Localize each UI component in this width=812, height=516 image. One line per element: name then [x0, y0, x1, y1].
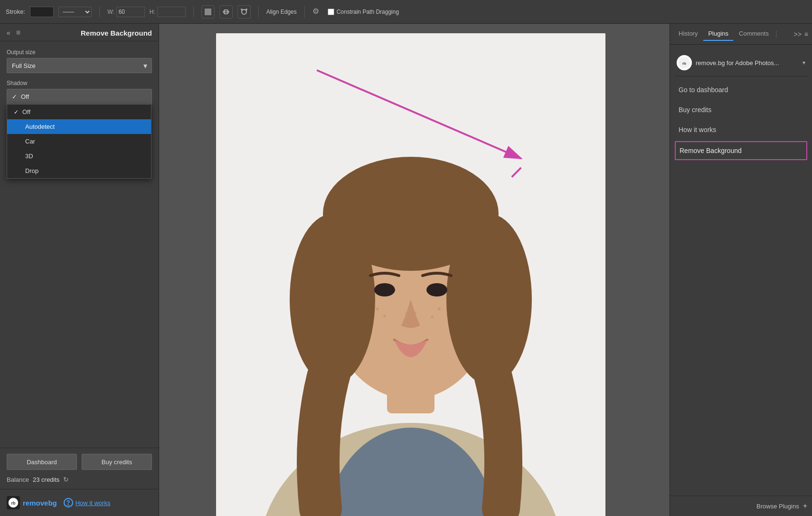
- buy-credits-item[interactable]: Buy credits: [675, 101, 807, 118]
- output-size-select-wrapper: Full Size Preview ▾: [7, 58, 152, 73]
- 3d-label: 3D: [25, 153, 33, 160]
- dropdown-item-drop[interactable]: Drop: [7, 163, 151, 178]
- collapse-btn[interactable]: «: [7, 29, 10, 37]
- toolbar-separator-3: [258, 6, 259, 18]
- height-input[interactable]: [157, 7, 186, 17]
- svg-point-3: [242, 10, 246, 14]
- stroke-label: Stroke:: [6, 8, 25, 15]
- tab-comments[interactable]: Comments: [734, 27, 774, 41]
- how-it-works-link[interactable]: ? How it works: [64, 498, 111, 507]
- btn-row: Dashboard Buy credits: [7, 454, 152, 470]
- logo-bg: bg: [48, 499, 57, 507]
- buy-credits-button[interactable]: Buy credits: [82, 454, 152, 470]
- constrain-path-area: Constrain Path Dragging: [328, 9, 399, 15]
- dropdown-item-autodetect[interactable]: Autodetect: [7, 119, 151, 134]
- stroke-style-select[interactable]: ——: [58, 7, 92, 17]
- dashboard-button[interactable]: Dashboard: [7, 454, 77, 470]
- output-size-label: Output size: [7, 49, 152, 56]
- svg-text:rb: rb: [682, 61, 686, 66]
- svg-point-5: [245, 9, 247, 10]
- toolbar-separator-4: [304, 6, 305, 18]
- svg-point-20: [438, 307, 441, 310]
- how-it-works-label: How it works: [76, 499, 111, 506]
- logo-text: removebg: [23, 499, 57, 507]
- tab-history[interactable]: History: [674, 27, 702, 41]
- tab-separator: |: [775, 30, 777, 38]
- gear-icon[interactable]: ⚙: [312, 7, 323, 17]
- logo-icon: rb: [7, 496, 20, 509]
- width-group: W:: [107, 7, 144, 17]
- panel-body: Output size Full Size Preview ▾ Shadow ✓…: [0, 41, 159, 112]
- dropdown-item-car[interactable]: Car: [7, 134, 151, 149]
- shadow-selected-value[interactable]: ✓ Off: [7, 89, 152, 104]
- right-panel-body: rb remove.bg for Adobe Photos... ▾ Go to…: [670, 45, 812, 496]
- dropdown-item-3d[interactable]: 3D: [7, 149, 151, 163]
- output-size-group: Output size Full Size Preview ▾: [7, 49, 152, 73]
- toolbar-separator-1: [99, 6, 100, 18]
- svg-point-17: [426, 283, 447, 296]
- panel-menu-btn[interactable]: ≡: [16, 29, 20, 37]
- shadow-section: Shadow ✓ Off ✓ Off Autodetect: [7, 80, 152, 104]
- svg-point-16: [374, 283, 395, 296]
- logo-remove: remove: [23, 499, 48, 507]
- balance-label: Balance: [7, 476, 29, 483]
- svg-point-4: [241, 9, 243, 10]
- height-group: H:: [150, 7, 186, 17]
- browse-plugins-label[interactable]: Browse Plugins: [756, 503, 799, 510]
- w-label: W:: [107, 9, 114, 15]
- svg-text:rb: rb: [11, 501, 16, 506]
- plugin-name-label: remove.bg for Adobe Photos...: [696, 59, 799, 67]
- portrait-svg: [216, 33, 605, 516]
- refresh-icon[interactable]: ↻: [63, 476, 69, 483]
- browse-plugins-plus-icon[interactable]: +: [803, 502, 807, 510]
- left-panel-header: « ≡ Remove Background: [0, 24, 159, 41]
- width-input[interactable]: [116, 7, 145, 17]
- removebg-logo: rb removebg: [7, 496, 57, 509]
- how-it-works-item[interactable]: How it works: [675, 121, 807, 138]
- left-panel: « ≡ Remove Background Output size Full S…: [0, 24, 159, 516]
- autodetect-label: Autodetect: [25, 123, 55, 130]
- shadow-off-label: Off: [21, 93, 29, 100]
- off-check-icon: ✓: [14, 109, 19, 115]
- toolbar-separator-2: [193, 6, 194, 18]
- off-label: Off: [22, 108, 30, 115]
- shadow-label: Shadow: [7, 80, 152, 86]
- go-to-dashboard-item[interactable]: Go to dashboard: [675, 81, 807, 98]
- align-edges-label: Align Edges: [266, 9, 297, 15]
- svg-rect-0: [205, 9, 211, 15]
- h-label: H:: [150, 9, 155, 15]
- output-size-select[interactable]: Full Size Preview: [7, 58, 152, 73]
- tab-plugins[interactable]: Plugins: [703, 27, 733, 41]
- plugin-header: rb remove.bg for Adobe Photos... ▾: [675, 51, 807, 76]
- shadow-check-icon: ✓: [12, 93, 17, 100]
- constrain-path-label: Constrain Path Dragging: [337, 9, 399, 15]
- canvas-area[interactable]: [159, 24, 670, 516]
- fill-color-btn[interactable]: [201, 5, 215, 19]
- main-area: « ≡ Remove Background Output size Full S…: [0, 24, 812, 516]
- car-label: Car: [25, 138, 35, 145]
- svg-point-18: [376, 307, 379, 310]
- tab-menu-icon[interactable]: ≡: [804, 30, 808, 38]
- credits-value: 23 credits: [33, 476, 59, 483]
- stroke-color-box[interactable]: [30, 7, 54, 17]
- transform-btn[interactable]: [237, 5, 251, 19]
- drop-label: Drop: [25, 167, 38, 174]
- panel-footer: rb removebg ? How it works: [0, 489, 159, 516]
- panel-title: Remove Background: [81, 29, 152, 37]
- dropdown-item-off[interactable]: ✓ Off: [7, 105, 151, 119]
- constrain-path-checkbox[interactable]: [328, 9, 334, 15]
- toolbar: Stroke: —— W: H: Align Edges ⚙ Constrain…: [0, 0, 812, 24]
- shadow-dropdown-menu: ✓ Off Autodetect Car: [7, 104, 151, 179]
- panel-bottom: Dashboard Buy credits Balance 23 credits…: [0, 448, 159, 489]
- right-panel: History Plugins Comments | >> ≡ rb remov…: [670, 24, 812, 516]
- svg-point-22: [405, 313, 407, 315]
- remove-background-button[interactable]: Remove Background: [675, 141, 807, 160]
- balance-row: Balance 23 credits ↻: [7, 476, 152, 483]
- right-panel-tabs: History Plugins Comments | >> ≡: [670, 24, 812, 45]
- plugin-chevron-icon[interactable]: ▾: [803, 59, 805, 66]
- svg-point-19: [384, 315, 386, 317]
- tab-expand-icon[interactable]: >>: [793, 30, 801, 38]
- help-circle-icon: ?: [64, 498, 73, 507]
- shadow-dropdown-container: ✓ Off ✓ Off Autodetect: [7, 89, 152, 104]
- align-btn[interactable]: [219, 5, 233, 19]
